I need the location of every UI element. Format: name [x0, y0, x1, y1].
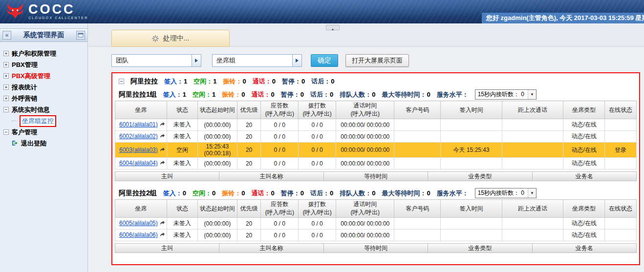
cell-customer-number	[394, 218, 441, 230]
collapse-sidebar-icon[interactable]: «	[2, 31, 11, 40]
cell-priority: 20	[237, 158, 261, 169]
cell-status-start: (00:00:00)	[197, 131, 237, 143]
logo-subtext: CLOUDOX CALLCENTER	[28, 16, 88, 20]
agent-row: 6001(alilala01) 未签入 (00:00:00) 20 0 / 0 …	[115, 119, 637, 131]
sidebar-item-report-stats[interactable]: 报表统计	[0, 82, 87, 93]
agent-group-dropdown[interactable]: 坐席组	[212, 54, 302, 67]
service-level-select[interactable]: 15秒内接听数： 0 ▼	[475, 188, 537, 198]
open-fullscreen-button[interactable]: 打开大屏展示页面	[345, 54, 409, 67]
sidebar-item-customer-management[interactable]: 客户管理	[0, 126, 87, 138]
cell-talk-time: 00:00:00/ 00:00:00	[336, 119, 394, 131]
col-last-call: 距上次通话	[502, 200, 563, 218]
cell-online-status	[605, 131, 637, 143]
col-agent-type: 坐席类型	[563, 200, 605, 218]
footer-cell-business-name: 业务名	[532, 171, 637, 181]
agent-row: 6004(alilala04) 未签入 (00:00:00) 20 0 / 0 …	[115, 158, 637, 169]
cell-agent: 6003(alilala03)	[115, 143, 167, 158]
tree-expand-icon[interactable]	[3, 96, 9, 101]
tree-expand-icon[interactable]	[3, 73, 9, 79]
col-dialed: 拨打数(呼入/呼出)	[299, 200, 336, 218]
external-link-icon[interactable]	[160, 147, 165, 154]
app-logo: COCC CLOUDOX CALLCENTER	[6, 2, 88, 20]
external-link-icon[interactable]	[160, 220, 165, 227]
agent-link[interactable]: 6005(alilala05)	[119, 220, 158, 227]
user-greeting: 您好 zgadmin(主管角色), 今天 2017-03-03 15:25:59…	[482, 13, 644, 23]
queue-footer-row: 主叫 主叫名称 等待时间 业务类型 业务名	[115, 243, 637, 253]
tree-collapse-icon[interactable]	[3, 129, 9, 135]
agent-link[interactable]: 6006(alilala06)	[119, 231, 158, 238]
stat-aftercall: 话后：0	[311, 77, 334, 86]
cell-priority: 20	[237, 119, 261, 131]
cell-dialed: 0 / 0	[299, 230, 336, 241]
cell-dialed: 0 / 0	[299, 218, 336, 230]
agent-link[interactable]: 6003(alilala03)	[119, 146, 158, 153]
loading-spinner-icon	[152, 35, 159, 42]
stat-idle: 空闲：1	[193, 77, 216, 86]
sidebar-item-pbx[interactable]: PBX管理	[0, 59, 87, 70]
agent-link[interactable]: 6002(alilala02)	[119, 133, 158, 140]
monitor-panel: 阿里拉拉 签入：1 空闲：1 振铃：0 通话：0 暂停：0 话后：0 阿里拉拉1…	[111, 72, 640, 265]
footer-cell-caller: 主叫	[115, 171, 219, 181]
stat-talking: 通话：0	[253, 77, 276, 86]
cell-customer-number	[394, 119, 441, 131]
group-header: 阿里拉拉2组 签入：0 空闲：0 振铃：0 通话：0 暂停：0 话后：0 排队人…	[115, 187, 637, 199]
bull-logo-icon	[6, 2, 24, 20]
sidebar-item-pbx-advanced[interactable]: PBX高级管理	[0, 70, 87, 82]
team-dropdown[interactable]: 团队	[111, 54, 201, 67]
external-link-icon[interactable]	[160, 160, 165, 167]
tree-expand-icon[interactable]	[3, 51, 9, 56]
sidebar-header: « 系统管理界面	[0, 28, 87, 42]
collapse-panel-button[interactable]: ▲	[326, 25, 340, 30]
cell-status-start: (00:00:00)	[197, 119, 237, 131]
tree-expand-icon[interactable]	[3, 84, 9, 90]
external-link-icon[interactable]	[160, 133, 165, 140]
cell-agent-type: 动态/在线	[563, 143, 605, 158]
cell-talk-time: 00:00:00/ 00:00:00	[336, 230, 394, 241]
footer-cell-business-type: 业务类型	[428, 171, 532, 181]
agent-row: 6002(alilala02) 未签入 (00:00:00) 20 0 / 0 …	[115, 131, 637, 143]
collapse-group-icon[interactable]	[119, 77, 124, 86]
service-level-select[interactable]: 15秒内接听数： 0 ▼	[475, 89, 537, 100]
footer-cell-caller-name: 主叫名称	[219, 171, 323, 181]
confirm-button[interactable]: 确定	[311, 54, 338, 67]
sidebar-item-realtime-info[interactable]: 系统实时信息	[0, 104, 87, 115]
footer-cell-business-type: 业务类型	[428, 243, 532, 253]
sidebar-item-outbound-marketing[interactable]: 外呼营销	[0, 93, 87, 104]
agent-link[interactable]: 6004(alilala04)	[119, 160, 158, 167]
main-content: ▲ 处理中... 团队 坐席组 确定 打开大屏展示页面 阿里拉拉	[88, 23, 644, 272]
cell-last-call	[502, 119, 563, 131]
tree-collapse-icon[interactable]	[3, 107, 9, 112]
stat-ringing: 振铃：0	[222, 90, 245, 99]
sidebar-item-account-permissions[interactable]: 账户和权限管理	[0, 48, 87, 59]
select-caret-icon: ▼	[528, 188, 536, 198]
agent-link[interactable]: 6001(alilala01)	[119, 121, 158, 128]
dropdown-arrow-icon[interactable]	[192, 55, 201, 66]
cell-dialed: 0 / 0	[299, 143, 336, 158]
stat-aftercall: 话后：0	[310, 189, 333, 198]
external-link-icon[interactable]	[160, 232, 165, 239]
agent-row: 6005(alilala05) 未签入 (00:00:00) 20 0 / 0 …	[115, 218, 637, 230]
cell-signin-time	[441, 158, 502, 169]
cell-agent-type: 动态/在线	[563, 119, 605, 131]
team-name: 阿里拉拉	[130, 77, 158, 86]
pin-panel-icon[interactable]	[76, 31, 85, 40]
processing-tab-label: 处理中...	[163, 34, 190, 43]
col-talk-time: 通话时间(呼入/呼出)	[336, 101, 394, 119]
processing-tab[interactable]: 处理中...	[111, 30, 230, 47]
cell-signin-time	[441, 119, 502, 131]
cell-answered: 0 / 0	[261, 218, 299, 230]
sidebar: « 系统管理界面 账户和权限管理 PBX管理 PBX高级管理 报表统计 外呼	[0, 23, 88, 272]
cell-answered: 0 / 0	[261, 158, 299, 169]
external-link-icon[interactable]	[160, 122, 165, 128]
cell-customer-number	[394, 158, 441, 169]
col-status-start: 状态起始时间	[197, 101, 237, 119]
cell-last-call	[502, 131, 563, 143]
toolbar: 团队 坐席组 确定 打开大屏展示页面	[111, 54, 409, 67]
cell-signin-time	[441, 218, 502, 230]
tree-expand-icon[interactable]	[3, 62, 9, 67]
footer-cell-business-name: 业务名	[532, 243, 637, 253]
dropdown-arrow-icon[interactable]	[292, 55, 301, 66]
col-agent-type: 坐席类型	[563, 101, 605, 119]
sidebar-item-logout[interactable]: 退出登陆	[0, 138, 87, 149]
sidebar-item-agent-group-monitor[interactable]: 坐席组监控	[0, 115, 87, 126]
